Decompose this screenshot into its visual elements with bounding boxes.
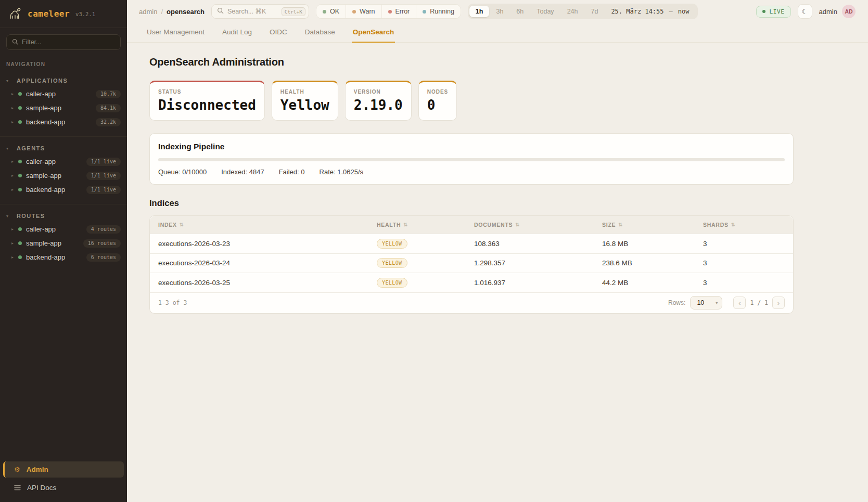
sidebar-item-agents-caller-app[interactable]: ▸ caller-app 1/1 live <box>0 155 127 169</box>
sidebar-item-routes-caller-app[interactable]: ▸ caller-app 4 routes <box>0 222 127 236</box>
sort-icon: ⇅ <box>731 222 735 227</box>
cell-index: executions-2026-03-23 <box>158 240 377 248</box>
stat-queue: Queue: 0/10000 <box>158 168 207 176</box>
sort-icon: ⇅ <box>403 222 407 227</box>
sidebar-item-api-docs[interactable]: API Docs <box>3 480 124 496</box>
tab-database[interactable]: Database <box>304 28 336 43</box>
tab-user-management[interactable]: User Management <box>146 28 206 43</box>
caret-down-icon: ▾ <box>6 214 11 218</box>
time-range-1h[interactable]: 1h <box>469 6 490 17</box>
item-badge: 1/1 live <box>86 158 121 166</box>
table-row[interactable]: executions-2026-03-24 YELLOW 1.298.357 2… <box>150 253 793 273</box>
sidebar-item-agents-sample-app[interactable]: ▸ sample-app 1/1 live <box>0 169 127 183</box>
cell-health: YELLOW <box>377 258 474 268</box>
group-header-applications[interactable]: ▾ APPLICATIONS <box>0 74 127 87</box>
content: OpenSearch Administration STATUS Disconn… <box>127 43 868 314</box>
time-range-6h[interactable]: 6h <box>510 6 530 17</box>
table-row[interactable]: executions-2026-03-23 YELLOW 108.363 16.… <box>150 234 793 253</box>
caret-right-icon: ▸ <box>11 92 18 96</box>
table-header-row: INDEX ⇅ HEALTH ⇅ DOCUMENTS ⇅ SIZE <box>150 216 793 234</box>
cell-size: 44.2 MB <box>602 279 703 287</box>
rows-per-page-label: Rows: <box>668 299 685 306</box>
status-dot <box>18 241 22 245</box>
topbar-right: LIVE ☾ admin AD <box>756 4 856 19</box>
sidebar-filter[interactable] <box>6 34 121 50</box>
search-input[interactable] <box>227 8 278 15</box>
time-range-display[interactable]: 25. März 14:55 — now <box>605 8 696 15</box>
cell-documents: 1.298.357 <box>474 259 602 267</box>
brand-logo[interactable]: cameleer v3.2.1 <box>0 0 127 28</box>
live-toggle[interactable]: LIVE <box>756 6 790 18</box>
user-menu[interactable]: admin AD <box>819 5 856 18</box>
stat-value: 2.19.0 <box>354 97 403 113</box>
item-badge: 1/1 live <box>86 172 121 180</box>
column-header-documents[interactable]: DOCUMENTS ⇅ <box>474 222 602 228</box>
avatar: AD <box>842 5 856 18</box>
sidebar-item-applications-caller-app[interactable]: ▸ caller-app 10.7k <box>0 87 127 101</box>
group-header-routes[interactable]: ▾ ROUTES <box>0 210 127 222</box>
sidebar-item-agents-backend-app[interactable]: ▸ backend-app 1/1 live <box>0 183 127 197</box>
status-dot <box>18 174 22 177</box>
global-search[interactable]: Ctrl+K <box>211 4 309 19</box>
time-range-24h[interactable]: 24h <box>561 6 584 17</box>
column-header-index[interactable]: INDEX ⇅ <box>158 222 377 228</box>
item-label: sample-app <box>26 104 61 112</box>
stat-cards-row: STATUS Disconnected HEALTH Yellow VERSIO… <box>149 81 794 121</box>
group-header-agents[interactable]: ▾ AGENTS <box>0 142 127 155</box>
status-dot <box>18 106 22 110</box>
user-name: admin <box>819 8 837 16</box>
item-badge: 1/1 live <box>86 186 121 194</box>
filter-ok[interactable]: OK <box>316 5 346 18</box>
caret-right-icon: ▸ <box>11 255 18 260</box>
rows-per-page-select[interactable]: 10 ▾ <box>690 296 722 310</box>
filter-warn[interactable]: Warn <box>346 5 381 18</box>
sidebar-item-applications-sample-app[interactable]: ▸ sample-app 84.1k <box>0 101 127 115</box>
column-label: HEALTH <box>377 222 401 228</box>
cell-index: executions-2026-03-24 <box>158 259 377 267</box>
status-dot <box>18 160 22 163</box>
tab-oidc[interactable]: OIDC <box>269 28 288 43</box>
caret-right-icon: ▸ <box>11 173 18 178</box>
search-icon <box>12 37 18 47</box>
page-indicator: 1 / 1 <box>750 299 768 306</box>
filter-input[interactable] <box>22 38 115 46</box>
sidebar-item-applications-backend-app[interactable]: ▸ backend-app 32.2k <box>0 115 127 129</box>
breadcrumb-parent[interactable]: admin <box>139 8 157 16</box>
table-row[interactable]: executions-2026-03-25 YELLOW 1.016.937 4… <box>150 273 793 292</box>
column-label: SIZE <box>602 222 616 228</box>
chevron-down-icon: ▾ <box>716 301 718 305</box>
live-label: LIVE <box>769 8 784 15</box>
column-header-shards[interactable]: SHARDS ⇅ <box>703 222 785 228</box>
row-range-text: 1-3 of 3 <box>158 299 187 306</box>
cell-size: 238.6 MB <box>602 259 703 267</box>
sidebar-item-routes-sample-app[interactable]: ▸ sample-app 16 routes <box>0 236 127 250</box>
filter-error[interactable]: Error <box>381 5 416 18</box>
app-root: cameleer v3.2.1 NAVIGATION ▾ APPLICATION… <box>0 0 868 502</box>
admin-tabs: User Management Audit Log OIDC Database … <box>127 23 868 43</box>
column-header-size[interactable]: SIZE ⇅ <box>602 222 703 228</box>
breadcrumb: admin / opensearch <box>139 8 205 16</box>
tab-audit-log[interactable]: Audit Log <box>221 28 253 43</box>
camel-icon <box>7 5 23 23</box>
group-label: AGENTS <box>17 145 45 151</box>
cell-index: executions-2026-03-25 <box>158 279 377 287</box>
stat-value: Yellow <box>280 97 329 113</box>
error-dot-icon <box>388 10 392 14</box>
column-header-health[interactable]: HEALTH ⇅ <box>377 222 474 228</box>
sidebar-item-admin[interactable]: ⚙ Admin <box>3 461 124 478</box>
item-badge: 16 routes <box>83 239 121 248</box>
stat-label: NODES <box>427 89 449 95</box>
filter-running[interactable]: Running <box>416 5 461 18</box>
time-range-3h[interactable]: 3h <box>490 6 509 17</box>
theme-toggle-button[interactable]: ☾ <box>798 4 812 19</box>
next-page-button[interactable]: › <box>772 297 785 309</box>
tab-opensearch[interactable]: OpenSearch <box>352 28 395 43</box>
sidebar-item-routes-backend-app[interactable]: ▸ backend-app 6 routes <box>0 250 127 264</box>
time-range-7d[interactable]: 7d <box>584 6 604 17</box>
cell-health: YELLOW <box>377 278 474 288</box>
cell-health: YELLOW <box>377 239 474 249</box>
status-dot <box>18 92 22 96</box>
previous-page-button[interactable]: ‹ <box>733 297 746 309</box>
item-badge: 32.2k <box>96 118 121 126</box>
time-range-today[interactable]: Today <box>530 6 560 17</box>
